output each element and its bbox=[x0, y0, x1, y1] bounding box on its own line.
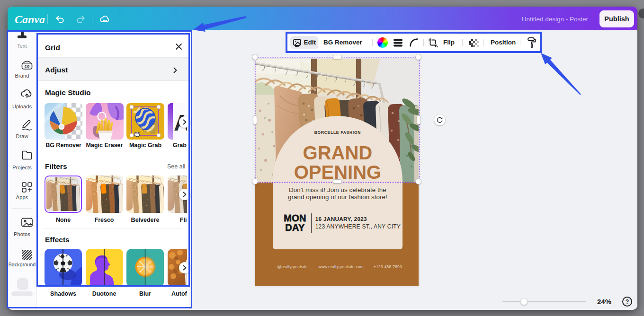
svg-text:co: co bbox=[25, 64, 30, 69]
svg-text:Canva: Canva bbox=[15, 13, 45, 26]
